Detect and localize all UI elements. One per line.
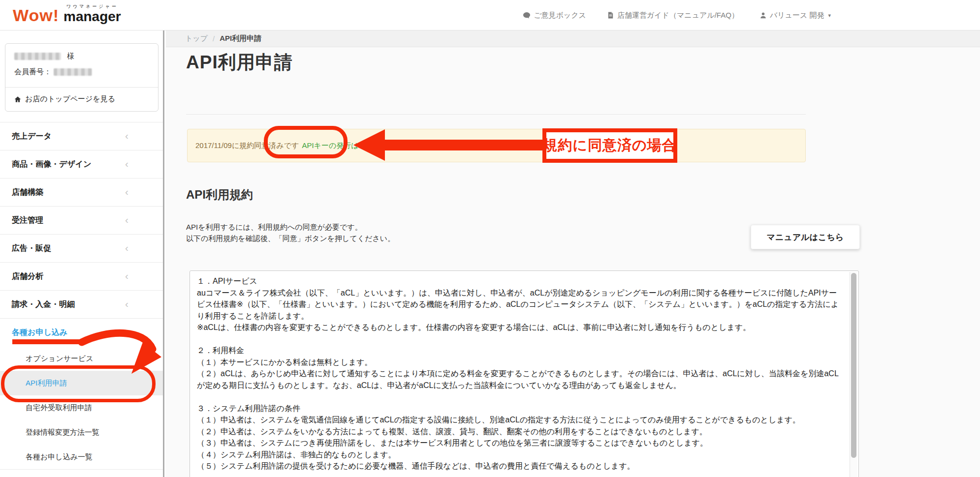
submenu-item-applications-list[interactable]: 各種お申し込み一覧	[0, 445, 163, 469]
sidebar-item-billing-payment[interactable]: 請求・入金・明細 ‹	[0, 290, 163, 318]
masked-member-number	[54, 68, 92, 76]
sidebar-item-ads-promotion[interactable]: 広告・販促 ‹	[0, 234, 163, 262]
user-name-row: 様	[14, 52, 74, 61]
breadcrumb-separator: /	[213, 34, 215, 43]
person-icon	[759, 12, 767, 19]
sidebar-item-label: 店舗分析	[12, 271, 43, 282]
sidebar-item-label: 請求・入金・明細	[12, 299, 75, 310]
speech-bubble-icon	[523, 11, 531, 19]
terms-scrollbar-thumb[interactable]	[851, 273, 856, 458]
main-content: トップ / API利用申請 API利用申請 2017/11/09に規約同意済みで…	[166, 30, 980, 477]
sidebar-item-label: 売上データ	[12, 131, 52, 142]
submenu-item-label: 自宅外受取利用申請	[26, 403, 92, 413]
manual-button[interactable]: マニュアルはこちら	[751, 225, 860, 249]
app-header: Wow! ワウマネージャー manager ご意見ボックス 店舗運営ガイド（マニ…	[0, 0, 980, 30]
sidebar-item-store-building[interactable]: 店舗構築 ‹	[0, 178, 163, 206]
annotation-underline	[12, 339, 84, 344]
sidebar-item-label: 商品・画像・デザイン	[12, 159, 92, 170]
terms-scroll-box[interactable]: １．APIサービス auコマース＆ライフ株式会社（以下、「aCL」といいます。）…	[190, 270, 859, 477]
account-menu[interactable]: バリュース 開発 ▾	[759, 11, 831, 20]
terms-intro: APIを利用するには、利用規約への同意が必要です。 以下の利用規約を確認後、「同…	[186, 221, 395, 244]
member-number-label: 会員番号：	[14, 67, 51, 77]
sidebar-item-products-images-design[interactable]: 商品・画像・デザイン ‹	[0, 150, 163, 178]
sidebar-item-order-management[interactable]: 受注管理 ‹	[0, 206, 163, 234]
masked-user-name	[14, 53, 61, 60]
chevron-left-icon: ‹	[125, 130, 128, 142]
chevron-left-icon: ‹	[125, 242, 128, 254]
document-icon	[607, 11, 614, 19]
annotation-arrow-left-shaft	[385, 140, 543, 150]
page: Wow! ワウマネージャー manager ご意見ボックス 店舗運営ガイド（マニ…	[0, 0, 980, 477]
logo-manager-block: ワウマネージャー manager	[63, 4, 121, 25]
logo-manager-text: manager	[63, 10, 121, 24]
sidebar-item-label: 店舗構築	[12, 187, 43, 198]
submenu-item-registration-change-list[interactable]: 登録情報変更方法一覧	[0, 420, 163, 445]
breadcrumb-current: API利用申請	[220, 34, 261, 43]
feedback-box-label: ご意見ボックス	[534, 11, 586, 20]
account-label: バリュース 開発	[770, 11, 824, 20]
sidebar-item-label: 受注管理	[12, 215, 43, 226]
user-card: 様 会員番号： お店のトップページを見る	[5, 43, 158, 112]
annotation-label: 規約に同意済の場合	[542, 128, 677, 163]
chevron-left-icon: ‹	[125, 214, 128, 226]
app-logo[interactable]: Wow! ワウマネージャー manager	[13, 4, 121, 25]
sidebar-item-store-analysis[interactable]: 店舗分析 ‹	[0, 262, 163, 290]
header-nav: ご意見ボックス 店舗運営ガイド（マニュアル/FAQ） バリュース 開発 ▾	[523, 0, 831, 30]
title-divider	[186, 114, 806, 115]
chevron-left-icon: ‹	[125, 186, 128, 198]
sidebar: 様 会員番号： お店のトップページを見る 売上データ ‹ 商品・画像・デザイン	[0, 30, 164, 477]
store-guide-link[interactable]: 店舗運営ガイド（マニュアル/FAQ）	[607, 11, 739, 20]
terms-scrollbar-track[interactable]	[850, 272, 857, 477]
terms-section-heading: API利用規約	[186, 187, 253, 203]
card-divider	[5, 87, 158, 88]
agreement-status-text: 2017/11/09に規約同意済みです	[195, 141, 299, 150]
submenu-item-label: API利用申請	[26, 379, 67, 388]
chevron-left-icon: ‹	[125, 158, 128, 170]
home-icon	[14, 96, 21, 103]
sidebar-item-sales-data[interactable]: 売上データ ‹	[0, 122, 163, 150]
page-title: API利用申請	[186, 50, 293, 75]
caret-down-icon: ▾	[828, 12, 831, 19]
logo-wow-text: Wow!	[13, 6, 59, 25]
annotation-arrow-left-head	[353, 129, 385, 161]
sidebar-item-label: 各種お申し込み	[12, 328, 67, 338]
sidebar-item-label: 広告・販促	[12, 243, 51, 254]
user-honorific: 様	[67, 52, 74, 61]
terms-body-text: １．APIサービス auコマース＆ライフ株式会社（以下、「aCL」といいます。）…	[197, 275, 842, 472]
breadcrumb: トップ / API利用申請	[166, 30, 980, 47]
shop-top-page-label: お店のトップページを見る	[25, 94, 115, 104]
annotation-curved-arrow	[79, 321, 165, 382]
breadcrumb-home-link[interactable]: トップ	[185, 34, 208, 43]
chevron-left-icon: ‹	[125, 298, 128, 310]
submenu-item-offsite-pickup[interactable]: 自宅外受取利用申請	[0, 395, 163, 420]
shop-top-page-link[interactable]: お店のトップページを見る	[14, 94, 115, 104]
submenu-item-label: 登録情報変更方法一覧	[26, 428, 99, 437]
feedback-box-link[interactable]: ご意見ボックス	[523, 11, 586, 20]
terms-intro-line1: APIを利用するには、利用規約への同意が必要です。	[186, 221, 395, 233]
logo-ruby-text: ワウマネージャー	[66, 4, 118, 9]
member-number-row: 会員番号：	[14, 67, 92, 77]
terms-intro-line2: 以下の利用規約を確認後、「同意」ボタンを押してください。	[186, 233, 395, 244]
submenu-item-label: 各種お申し込み一覧	[26, 452, 93, 462]
store-guide-label: 店舗運営ガイド（マニュアル/FAQ）	[617, 11, 739, 20]
sidebar-menu: 売上データ ‹ 商品・画像・デザイン ‹ 店舗構築 ‹ 受注管理 ‹ 広告・販促…	[0, 122, 163, 470]
chevron-left-icon: ‹	[125, 270, 128, 282]
